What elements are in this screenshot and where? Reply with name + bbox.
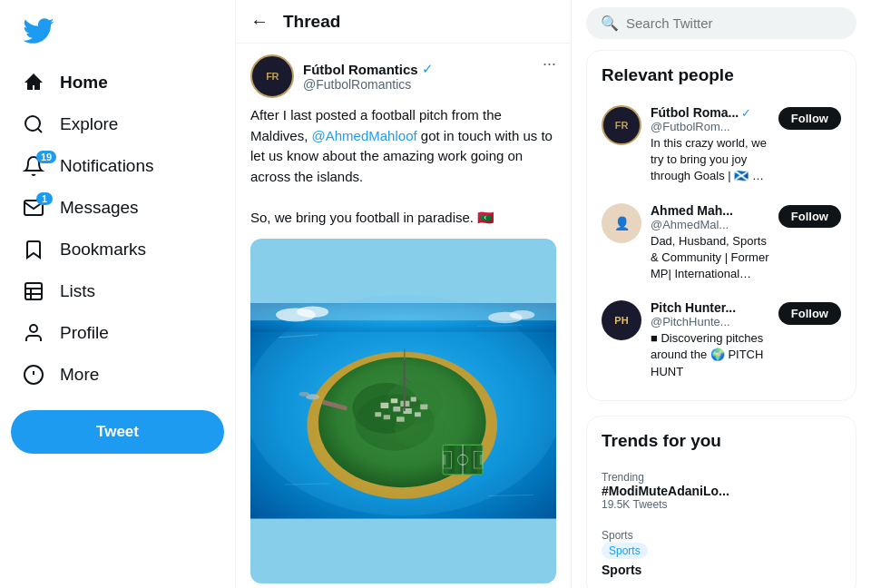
left-sidebar: HomeExploreNotifications19Messages1Bookm… [0,0,236,588]
verified-icon: ✓ [422,61,434,77]
sidebar-item-notifications[interactable]: Notifications19 [11,145,224,187]
person-name-pitch-hunter: Pitch Hunter... [651,300,736,315]
avatar[interactable]: FR [250,54,294,98]
person-name-futbol-romantics: Fútbol Roma... [651,105,739,120]
trend-item-trend-2[interactable]: SportsSportsSports [587,520,856,586]
right-sidebar: 🔍 Relevant people FR Fútbol Roma... ✓ @F… [572,0,871,588]
search-input[interactable] [626,15,842,31]
sport-tag-trend-2: Sports [602,542,841,563]
tweet-user-row: FR Fútbol Romantics ✓ @FutbolRomantics ·… [250,54,556,98]
trend-name-trend-2: Sports [602,563,841,577]
trend-category-trend-2: Sports [602,529,841,542]
svg-rect-28 [396,416,405,422]
person-info-ahmed-mah: Ahmed Mah... @AhmedMal... Dad, Husband, … [651,203,769,283]
follow-button-ahmed-mah[interactable]: Follow [778,205,841,228]
svg-rect-19 [391,398,397,403]
people-list: FR Fútbol Roma... ✓ @FutbolRom... In thi… [587,96,856,389]
lists-icon [22,279,45,303]
trend-item-trend-1[interactable]: Trending#ModiMuteAdaniLo...19.5K Tweets [587,462,856,520]
svg-rect-2 [25,283,42,299]
notifications-badge: 19 [36,151,56,163]
svg-rect-21 [411,397,416,401]
trends-section: Trends for you Trending#ModiMuteAdaniLo.… [586,416,856,588]
svg-rect-23 [375,412,381,416]
display-name: Fútbol Romantics [303,62,418,77]
person-avatar-ahmed-mah: 👤 [602,203,641,243]
svg-rect-46 [465,445,471,474]
messages-label: Messages [60,198,139,218]
notifications-label: Notifications [60,156,154,176]
person-item-pitch-hunter[interactable]: PH Pitch Hunter... @PitchHunte... ■ Disc… [587,291,856,389]
sidebar-item-more[interactable]: More [11,354,224,396]
trend-name-trend-1: #ModiMuteAdaniLo... [602,484,841,498]
person-name-ahmed-mah: Ahmed Mah... [651,203,733,218]
thread-title: Thread [283,12,340,32]
user-details: Fútbol Romantics ✓ @FutbolRomantics [303,61,434,92]
sidebar-item-lists[interactable]: Lists [11,270,224,312]
person-item-futbol-romantics[interactable]: FR Fútbol Roma... ✓ @FutbolRom... In thi… [587,96,856,194]
tweet-button[interactable]: Tweet [11,410,224,454]
screen-name: @FutbolRomantics [303,77,434,92]
user-name-row: Fútbol Romantics ✓ [303,61,434,77]
person-screen-ahmed-mah: @AhmedMal... [651,218,769,231]
person-avatar-futbol-romantics: FR [602,105,641,145]
person-avatar-pitch-hunter: PH [602,300,641,340]
person-name-row-pitch-hunter: Pitch Hunter... [651,300,769,315]
mention-link[interactable]: @AhmedMahloof [312,128,417,143]
svg-point-6 [30,325,37,332]
verified-icon: ✓ [741,106,751,120]
person-item-ahmed-mah[interactable]: 👤 Ahmed Mah... @AhmedMal... Dad, Husband… [587,194,856,292]
tweet-image [250,239,556,583]
svg-rect-47 [477,445,483,474]
search-input-wrap[interactable]: 🔍 [586,7,856,39]
follow-button-pitch-hunter[interactable]: Follow [778,302,841,325]
bookmarks-icon [22,238,45,261]
svg-point-55 [297,307,328,318]
sidebar-item-bookmarks[interactable]: Bookmarks [11,229,224,270]
tweet-area: FR Fútbol Romantics ✓ @FutbolRomantics ·… [236,44,571,588]
person-screen-futbol-romantics: @FutbolRom... [651,120,769,133]
sidebar-item-home[interactable]: Home [11,62,224,103]
svg-point-0 [25,116,40,131]
tweet-text: After I last posted a football pitch fro… [250,105,556,228]
search-bar: 🔍 [586,0,856,50]
main-content: ← Thread FR Fútbol Romantics ✓ @FutbolRo… [236,0,572,588]
more-options-button[interactable]: ··· [543,54,556,74]
person-screen-pitch-hunter: @PitchHunte... [651,315,769,328]
trends-title: Trends for you [587,431,856,451]
person-name-row-ahmed-mah: Ahmed Mah... [651,203,769,218]
nav-items: HomeExploreNotifications19Messages1Bookm… [11,62,224,396]
relevant-people-section: Relevant people FR Fútbol Roma... ✓ @Fut… [586,50,856,401]
sidebar-item-explore[interactable]: Explore [11,103,224,145]
svg-point-57 [510,310,534,319]
person-info-pitch-hunter: Pitch Hunter... @PitchHunte... ■ Discove… [651,300,769,380]
more-icon [22,363,45,387]
svg-rect-27 [415,412,421,416]
profile-icon [22,321,45,345]
home-icon [22,71,45,94]
sidebar-item-profile[interactable]: Profile [11,312,224,354]
person-name-row-futbol-romantics: Fútbol Roma... ✓ [651,105,769,120]
trend-category-trend-1: Trending [602,471,841,484]
svg-line-1 [38,129,42,132]
home-label: Home [60,73,108,93]
back-button[interactable]: ← [250,11,269,32]
follow-button-futbol-romantics[interactable]: Follow [778,107,841,130]
profile-label: Profile [60,323,109,343]
person-info-futbol-romantics: Fútbol Roma... ✓ @FutbolRom... In this c… [651,105,769,185]
trend-count-trend-1: 19.5K Tweets [602,498,841,511]
messages-badge: 1 [36,192,53,205]
explore-label: Explore [60,114,118,134]
svg-point-35 [299,392,309,397]
person-bio-pitch-hunter: ■ Discovering pitches around the 🌍 PITCH… [651,330,769,380]
more-label: More [60,365,99,385]
svg-rect-45 [455,445,460,474]
thread-header: ← Thread [236,0,571,44]
twitter-logo[interactable] [11,7,224,58]
person-bio-futbol-romantics: In this crazy world, we try to bring you… [651,135,769,185]
bookmarks-label: Bookmarks [60,240,146,260]
svg-rect-22 [393,407,400,412]
sidebar-item-messages[interactable]: Messages1 [11,187,224,229]
explore-icon [22,113,45,136]
person-bio-ahmed-mah: Dad, Husband, Sports & Community | Forme… [651,233,769,283]
